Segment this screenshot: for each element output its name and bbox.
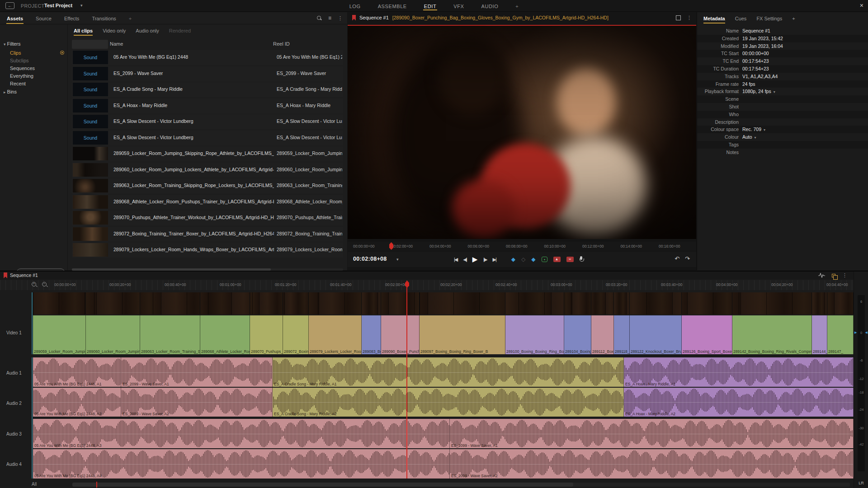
timeline-video-clip[interactable]: 289097_Boxing_Boxing_Ring_Boxer_B [420, 315, 505, 354]
timeline-video-clip[interactable]: 289063_Locker_Room_Training_Skipping_Rop… [140, 315, 200, 354]
chevron-down-icon[interactable]: ▾ [755, 136, 756, 140]
clip-row[interactable]: 289070_Pushups_Athlete_Trainer_Workout_b… [72, 211, 343, 225]
viewer-sequence-title[interactable]: Sequence #1 [359, 15, 389, 20]
timeline-video-clip[interactable]: 289147_ [827, 315, 854, 354]
bins-group-header[interactable]: ▸ Bins [4, 89, 17, 94]
redo-icon[interactable]: ↷ [685, 255, 690, 262]
metadata-value[interactable]: 1080p, 24 fps▾ [742, 89, 864, 94]
timeline-video-clip[interactable]: 289126_Boxing_Sport_Boxer_Pur [682, 315, 732, 354]
play-icon[interactable]: ▶ [472, 255, 478, 263]
timeline-video-clip[interactable]: 289090_Boxer_Punching_Bag_Boxing_Gloves_… [381, 315, 420, 354]
timeline-video-clip[interactable]: 289083_Boxer_Hands [362, 315, 381, 354]
metadata-tab-+[interactable]: + [792, 16, 795, 23]
sidebar-item-clips[interactable]: Clips [10, 50, 66, 56]
go-to-start-icon[interactable]: |◀ [454, 257, 457, 263]
metadata-value[interactable]: 00:17:54+23 [742, 66, 864, 71]
workspace-tab-audio[interactable]: AUDIO [480, 1, 499, 11]
current-timecode[interactable]: 00:02:08+08 [353, 256, 387, 262]
sync-lock-icon[interactable] [832, 274, 835, 277]
close-window-icon[interactable]: × [860, 2, 863, 9]
mark-in-icon[interactable]: ◆ [511, 256, 515, 263]
voiceover-mic-icon[interactable] [580, 256, 583, 263]
metadata-value[interactable]: 00:00:00+00 [742, 51, 864, 56]
workspace-tab-edit[interactable]: EDIT [423, 1, 437, 11]
timeline-audio-clip[interactable]: ES_A Hoax - Mary Riddle, A1 [624, 357, 854, 387]
replace-edit-icon[interactable]: ≍ [566, 257, 574, 262]
clip-row[interactable]: SoundES_A Cradle Song - Mary RiddleES_A … [72, 82, 343, 97]
chevron-down-icon[interactable]: ▾ [764, 128, 765, 132]
mark-out-icon[interactable]: ◆ [531, 256, 535, 263]
timeline-audio-clip[interactable]: ES_2099 - Wave Saver, A2 [450, 449, 854, 479]
timeline-audio-clip[interactable]: ES_2099 - Wave Saver, A1 [121, 357, 273, 387]
timeline-video-clip[interactable]: 289104_Boxing_Boxing_ [564, 315, 591, 354]
go-to-end-icon[interactable]: ▶| [493, 257, 496, 263]
panel-tab-assets[interactable]: Assets [6, 13, 24, 24]
track-label-audio3[interactable]: Audio 3 [6, 432, 22, 436]
chevron-down-icon[interactable]: ▾ [774, 90, 775, 94]
track-label-audio2[interactable]: Audio 2 [6, 401, 22, 406]
timeline-video-clip[interactable]: 289059_Locker_Room_Jumping_Skipping_Rope… [33, 315, 86, 354]
workspace-tab-assemble[interactable]: ASSEMBLE [377, 1, 408, 11]
panel-tab-effects[interactable]: Effects [64, 13, 80, 24]
metadata-value[interactable]: 24 fps [742, 81, 864, 87]
timeline-video-clip[interactable]: 289112_Boxer_Boxing_Box [591, 315, 614, 354]
timeline-video-clip[interactable]: 289070_Pushups_Athlete_Trainer_Workout_b… [250, 315, 283, 354]
timeline-audio-clip[interactable]: ES_2099 - Wave Saver, A1 [450, 419, 854, 448]
track-label-audio4[interactable]: Audio 4 [6, 462, 22, 467]
active-filter-radio-icon[interactable] [60, 51, 64, 55]
column-reel-id[interactable]: Reel ID [273, 41, 290, 47]
timeline-video-clip[interactable]: 289072_Boxing_Training_Trainer_Boxer_by_… [283, 315, 309, 354]
viewer-menu-kebab-icon[interactable]: ⋮ [687, 15, 692, 21]
timeline-audio-clip[interactable]: 05 Are You With Me (BG Eq1) 2448, A4 [33, 449, 450, 479]
clip-row[interactable]: 289079_Lockers_Locker_Room_Hands_Wraps_B… [72, 243, 343, 258]
clip-row[interactable]: 289068_Athlete_Locker_Room_Pushups_Train… [72, 195, 343, 210]
timeline-video-clip[interactable]: 289144_B [812, 315, 827, 354]
clip-row[interactable]: 289060_Locker_Room_Jumping_Lockers_Athle… [72, 163, 343, 178]
timeline-ruler[interactable]: 00:00:00+0000:00:20+0000:00:40+0000:01:0… [0, 280, 854, 290]
meter-zero-right-arrow-icon[interactable]: ◀ [865, 331, 868, 334]
step-forward-icon[interactable]: |▶ [483, 257, 486, 263]
timeline-hscrollbar-thumb[interactable] [72, 483, 573, 487]
zoom-in-icon[interactable]: + [32, 282, 38, 288]
viewer-video-frame[interactable] [348, 25, 696, 239]
list-view-icon[interactable]: ≡ [328, 15, 331, 21]
clip-row[interactable]: SoundES_A Slow Descent - Victor Lundberg… [72, 114, 343, 129]
timeline-audio-clip[interactable]: ES_A Hoax - Mary Riddle, A2 [624, 388, 854, 417]
timeline-menu-kebab-icon[interactable]: ⋮ [842, 272, 847, 278]
clip-row[interactable]: 289059_Locker_Room_Jumping_Skipping_Rope… [72, 146, 343, 161]
timeline-video-clip[interactable]: 289142_Boxing_Boxing_Ring_Rivals_Competi… [732, 315, 812, 354]
sidebar-item-subclips[interactable]: Subclips [10, 58, 66, 63]
sidebar-item-recent[interactable]: Recent [10, 81, 66, 86]
clip-row[interactable]: 289063_Locker_Room_Training_Skipping_Rop… [72, 178, 343, 193]
mark-clear-icon[interactable]: ◇ [521, 256, 525, 263]
timecode-chevron-down-icon[interactable]: ▾ [396, 257, 399, 262]
timeline-audio-clip[interactable]: 05 Are You With Me (BG Eq1) 2448, A3 [33, 419, 450, 448]
timeline-audio-clip[interactable]: ES_A Cradle Song - Mary Riddle, A1 [273, 357, 624, 387]
zoom-out-icon[interactable]: − [42, 282, 48, 288]
timeline-video-clip[interactable]: 289122_Knockout_Boxer_Bruised_Blo [630, 315, 682, 354]
panel-tab-source[interactable]: Source [35, 13, 52, 24]
search-icon[interactable] [317, 16, 322, 21]
timeline-audio-clip[interactable]: 05 Are You With Me (BG Eq1) 2448, A2 [33, 388, 121, 417]
sidebar-item-sequences[interactable]: Sequences [10, 66, 66, 71]
browser-tab-all-clips[interactable]: All clips [74, 28, 93, 36]
clip-row[interactable]: SoundES_2099 - Wave SaverES_2099 - Wave … [72, 66, 343, 81]
timeline-audio-clip[interactable]: ES_A Cradle Song - Mary Riddle, A2 [273, 388, 624, 417]
timeline-video-clip[interactable]: 289100_Boxing_Boxing_Ring_Boxing__Jud [505, 315, 564, 354]
source-sync-icon[interactable] [542, 257, 547, 262]
workspace-tab-+[interactable]: + [514, 1, 519, 11]
fullscreen-icon[interactable] [676, 15, 681, 20]
panel-tab-[interactable]: + [128, 13, 132, 24]
meter-zero-left-arrow-icon[interactable]: ▶ [854, 331, 857, 334]
metadata-tab-metadata[interactable]: Metadata [703, 16, 725, 23]
browser-tab-audio-only[interactable]: Audio only [136, 28, 159, 36]
timeline-hscrollbar[interactable] [72, 483, 850, 487]
clip-row[interactable]: SoundES_A Slow Descent - Victor Lundberg… [72, 131, 343, 145]
workspace-tab-vfx[interactable]: VFX [453, 1, 465, 11]
undo-icon[interactable]: ↶ [675, 255, 679, 262]
timeline-audio-clip[interactable]: ES_2099 - Wave Saver, A2 [121, 388, 273, 417]
timeline-video-clip[interactable]: 289060_Locker_Room_Jumping_Lockers_Athle… [86, 315, 140, 354]
metadata-value[interactable]: Sequence #1 [742, 28, 864, 33]
sidebar-item-everything[interactable]: Everything [10, 73, 66, 79]
metadata-value[interactable]: Auto▾ [742, 134, 864, 140]
